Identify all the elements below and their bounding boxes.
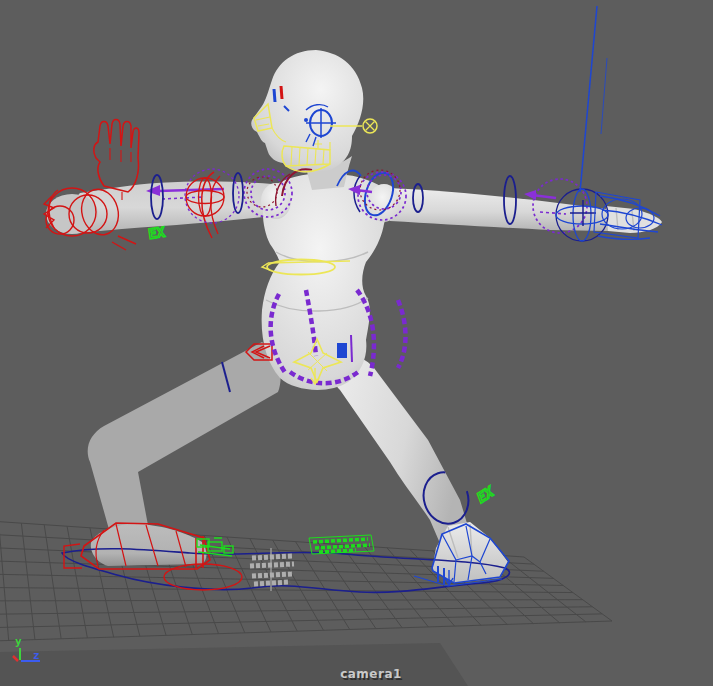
head-marker-blue [274, 89, 275, 102]
camera-label: camera1 [340, 667, 402, 681]
axis-y-label: y [15, 635, 22, 648]
viewport[interactable]: EX EX y z camera1 camera1 [0, 0, 713, 686]
hip-blue-rect [337, 343, 347, 358]
hip-purple-line [351, 335, 352, 362]
ear-dot [304, 118, 308, 122]
axis-z-label: z [33, 649, 40, 662]
head-marker-red [281, 86, 282, 99]
viewport-canvas[interactable]: EX EX y z camera1 camera1 [0, 0, 713, 686]
ex-label-left[interactable]: EX [147, 224, 166, 242]
